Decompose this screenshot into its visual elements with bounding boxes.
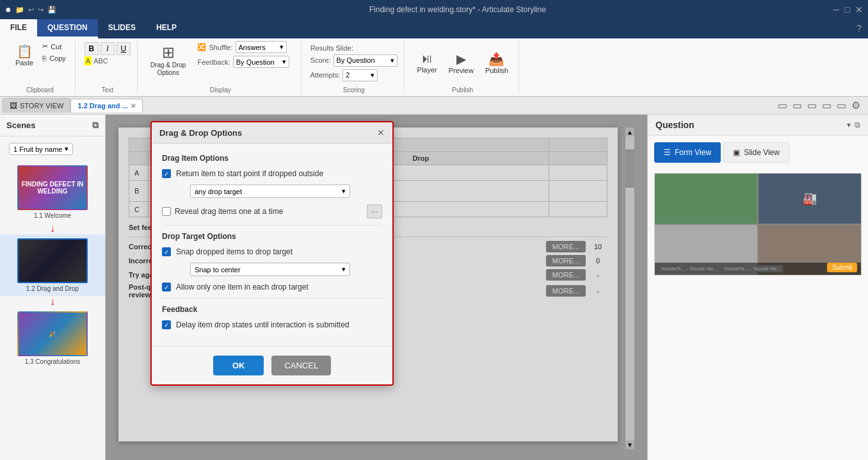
- submit-preview-button[interactable]: Submit: [827, 263, 857, 272]
- return-item-checkbox[interactable]: [162, 169, 171, 178]
- drop-target-dropdown[interactable]: any drop target ▾: [190, 185, 350, 198]
- ribbon-scoring-group: Results Slide: Score: By Question ▾ Atte…: [304, 41, 405, 94]
- ok-button[interactable]: OK: [213, 356, 264, 375]
- copy-button[interactable]: ⎘ Copy: [40, 53, 68, 63]
- preview-button[interactable]: ▶ Preview: [445, 49, 478, 77]
- paste-button[interactable]: 📋 Paste: [12, 41, 37, 69]
- title-bar-save[interactable]: 💾: [47, 6, 56, 14]
- cancel-button[interactable]: CANCEL: [271, 356, 331, 375]
- feedback-dropdown[interactable]: By Question ▾: [233, 56, 289, 68]
- drop-target-section-title: Drop Target Options: [162, 232, 382, 241]
- publish-icon: 📤: [488, 51, 504, 67]
- drag-drop-options-button[interactable]: ⊞ Drag & DropOptions: [147, 41, 190, 79]
- drag-item-section-title: Drag Item Options: [162, 154, 382, 163]
- title-bar-undo[interactable]: ↩: [28, 6, 34, 14]
- dialog-body: Drag Item Options Return item to start p…: [152, 144, 392, 346]
- preview-content: 🏭: [655, 174, 861, 275]
- ribbon-publish-group: ⏯ Player ▶ Preview 📤 Publish Publish: [407, 41, 519, 94]
- dialog-overlay: Drag & Drop Options ✕ Drag Item Options …: [106, 115, 647, 460]
- tab-story-view[interactable]: 🖼 STORY VIEW: [3, 98, 70, 113]
- ribbon-help-icon[interactable]: ?: [850, 19, 868, 38]
- snap-mode-dropdown[interactable]: Snap to center ▾: [190, 263, 350, 276]
- shuffle-dropdown[interactable]: Answers ▾: [236, 41, 287, 53]
- panel-expand-icon[interactable]: ⧉: [855, 120, 860, 129]
- cut-icon: ✂: [42, 42, 48, 51]
- highlight-icon: A: [84, 56, 92, 65]
- tab-help[interactable]: HELP: [146, 19, 187, 38]
- layout-icon-3[interactable]: ▭: [807, 99, 817, 111]
- snap-items-checkbox[interactable]: [162, 247, 171, 256]
- bold-button[interactable]: B: [84, 42, 99, 55]
- snap-items-label: Snap dropped items to drop target: [176, 247, 293, 256]
- layout-icon-2[interactable]: ▭: [792, 99, 802, 111]
- reveal-items-label: Reveal drag items one at a time: [175, 207, 363, 216]
- dialog-footer: OK CANCEL: [152, 346, 392, 384]
- delay-states-checkbox[interactable]: [162, 320, 171, 329]
- dialog-drag-drop-options: Drag & Drop Options ✕ Drag Item Options …: [150, 121, 394, 386]
- reveal-items-options-button[interactable]: ···: [367, 204, 382, 218]
- slide-preview-panel: 🏭 %code%... - %code Ne... %code%... - %c…: [654, 173, 862, 275]
- score-dropdown[interactable]: By Question ▾: [334, 54, 398, 67]
- paste-icon: 📋: [17, 44, 33, 59]
- reveal-items-checkbox[interactable]: [162, 207, 171, 216]
- dialog-divider-1: [162, 225, 382, 226]
- allow-one-checkbox[interactable]: [162, 283, 171, 292]
- delay-states-label: Delay item drop states until interaction…: [176, 320, 350, 329]
- panel-dropdown-icon[interactable]: ▾: [847, 120, 851, 129]
- ribbon-text-group: B I U A ABC Text: [78, 41, 138, 94]
- publish-button[interactable]: 📤 Publish: [481, 49, 512, 77]
- reveal-items-row: Reveal drag items one at a time ···: [162, 204, 382, 218]
- tab-slides[interactable]: SLIDES: [98, 19, 146, 38]
- form-view-icon: ☰: [664, 148, 671, 157]
- slide-arrow-2: ↓: [0, 296, 105, 308]
- question-panel-title: Question: [655, 120, 695, 130]
- delay-states-row: Delay item drop states until interaction…: [162, 320, 382, 329]
- return-item-label: Return item to start point if dropped ou…: [176, 169, 323, 178]
- slide-thumb-1-1[interactable]: FINDING DEFECT IN WELDING 1.1 Welcome: [0, 161, 105, 223]
- slide-preview-1-1: FINDING DEFECT IN WELDING: [17, 165, 88, 210]
- canvas-area: Drag Items Drag Drop A: [106, 115, 647, 460]
- dialog-close-button[interactable]: ✕: [377, 127, 385, 138]
- title-bar: ● 📁 ↩ ↪ 💾 Finding defect in welding.stor…: [0, 0, 868, 19]
- preview-cell-2: 🏭: [759, 174, 861, 224]
- cut-button[interactable]: ✂ Cut: [40, 41, 68, 52]
- sidebar-scene-dropdown[interactable]: 1 Fruit by name ▾: [9, 143, 73, 155]
- window-close[interactable]: ✕: [855, 4, 863, 15]
- slide-thumb-1-3[interactable]: 🎉 1.3 Congratulations: [0, 308, 105, 369]
- form-view-button[interactable]: ☰ Form View: [654, 142, 721, 163]
- slide-thumb-1-2[interactable]: 1.2 Drag and Drop: [0, 234, 105, 296]
- story-view-icon: 🖼: [10, 101, 17, 110]
- right-panel: Question ▾ ⧉ ☰ Form View ▣ Slide View 🏭: [647, 115, 868, 460]
- slide-arrow-1: ↓: [0, 223, 105, 234]
- title-bar-redo[interactable]: ↪: [38, 6, 44, 14]
- return-item-row: Return item to start point if dropped ou…: [162, 169, 382, 178]
- layout-icon-1[interactable]: ▭: [778, 99, 787, 111]
- preview-label-2: %code%... - %code Ne...: [722, 265, 783, 272]
- allow-one-row: Allow only one item in each drop target: [162, 283, 382, 292]
- layout-icon-5[interactable]: ▭: [837, 99, 846, 111]
- underline-button[interactable]: U: [117, 42, 131, 55]
- tab-drag-and-drop[interactable]: 1.2 Drag and ... ✕: [70, 99, 142, 112]
- window-maximize[interactable]: □: [845, 4, 850, 15]
- preview-label-1: %code%... - %code Ne...: [659, 265, 719, 272]
- window-minimize[interactable]: ─: [833, 4, 840, 15]
- ribbon-clipboard-group: 📋 Paste ✂ Cut ⎘ Copy Clipboard: [5, 41, 76, 94]
- tab-question[interactable]: QUESTION: [37, 19, 98, 38]
- sidebar-expand-icon[interactable]: ⧉: [92, 120, 99, 131]
- italic-button[interactable]: I: [100, 42, 115, 55]
- view-buttons: ☰ Form View ▣ Slide View: [648, 136, 868, 169]
- slide-preview-1-2: [17, 238, 88, 283]
- tab-file[interactable]: FILE: [0, 19, 37, 38]
- attempts-dropdown[interactable]: 2 ▾: [342, 69, 378, 81]
- allow-one-label: Allow only one item in each drop target: [176, 283, 309, 292]
- title-bar-title: Finding defect in welding.story* - Artic…: [82, 5, 833, 14]
- copy-icon: ⎘: [42, 54, 47, 62]
- preview-cell-1: [655, 174, 757, 224]
- player-button[interactable]: ⏯ Player: [414, 49, 441, 76]
- tab-close-icon[interactable]: ✕: [131, 103, 136, 110]
- layout-icon-4[interactable]: ▭: [822, 99, 832, 111]
- slide-tab-bar: 🖼 STORY VIEW 1.2 Drag and ... ✕ ▭ ▭ ▭ ▭ …: [0, 97, 868, 115]
- dialog-title: Drag & Drop Options: [159, 128, 242, 138]
- settings-icon[interactable]: ⚙: [851, 99, 860, 111]
- slide-view-button[interactable]: ▣ Slide View: [723, 142, 789, 163]
